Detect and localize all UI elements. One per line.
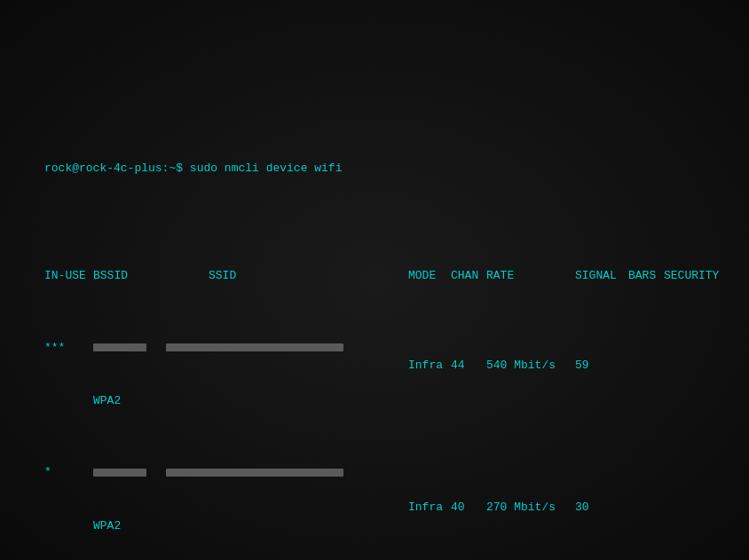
header-row: IN-USE BSSID SSID [44,267,408,285]
bssid-bar-1 [93,343,146,351]
prompt-line-1: rock@rock-4c-plus:~$ sudo nmcli device w… [44,160,735,177]
rate-1: 540 Mbit/s [486,357,575,375]
col-bars-header: BARS [628,267,664,285]
chan-1: 44 [451,357,486,375]
col-in-use-header: IN-USE [44,267,93,285]
in-use-2: * [44,463,93,481]
right-row-1b [408,428,735,446]
left-columns: IN-USE BSSID SSID *** WPA2 * [44,214,408,560]
wifi-table-container: IN-USE BSSID SSID *** WPA2 * [44,214,735,560]
left-row-1b: WPA2 [44,392,408,410]
ssid-bar-2 [166,469,343,477]
prompt-text-1: rock@rock-4c-plus:~$ sudo nmcli device w… [44,162,342,175]
rate-2: 270 Mbit/s [486,499,575,517]
right-header-row: MODE CHAN RATE SIGNAL BARS SECURITY [408,267,735,285]
signal-2: 30 [575,499,628,517]
col-mode-header: MODE [408,267,451,285]
left-row-1: *** [44,339,408,357]
bssid-bar-2 [93,469,146,477]
signal-1: 59 [575,357,628,375]
left-row-2b: WPA2 [44,517,408,535]
col-signal-header: SIGNAL [575,267,628,285]
col-security-header: SECURITY [664,267,735,285]
col-chan-header: CHAN [451,267,486,285]
right-row-2a: Infra 40 270 Mbit/s 30 [408,500,735,517]
col-rate-header: RATE [486,267,575,285]
col-bssid-header: BSSID [93,267,155,285]
security-1: WPA2 [93,392,146,410]
mode-1: Infra [408,357,451,375]
left-row-2: * [44,463,408,481]
mode-2: Infra [408,499,451,517]
terminal-content: rock@rock-4c-plus:~$ sudo nmcli device w… [44,124,735,560]
col-ssid-header: SSID [155,267,333,285]
right-columns: MODE CHAN RATE SIGNAL BARS SECURITY Infr… [408,214,735,560]
chan-2: 40 [451,499,486,517]
right-row-2b [408,553,735,560]
terminal-window: rock@rock-4c-plus:~$ sudo nmcli device w… [0,0,749,560]
right-row-1a: Infra 44 540 Mbit/s 59 [408,357,735,375]
ssid-bar-1 [166,343,343,351]
in-use-1: *** [44,339,93,357]
security-2: WPA2 [93,517,146,535]
